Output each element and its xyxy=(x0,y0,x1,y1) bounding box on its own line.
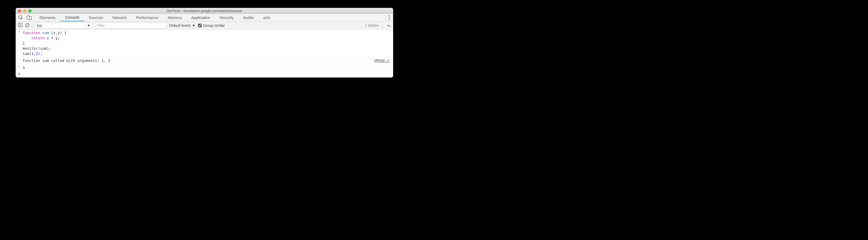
console-input-row: function sum (x,y) { return x + y; } mon… xyxy=(16,29,393,57)
group-similar-toggle[interactable]: Group similar xyxy=(198,23,225,28)
log-source-link[interactable]: VM580:2 xyxy=(374,58,392,63)
console-toolbar: top ▼ Default levels ▼ Group similar 1 h… xyxy=(16,22,393,29)
chevron-down-icon: ▼ xyxy=(87,23,90,28)
svg-point-7 xyxy=(20,66,20,67)
tab-elements[interactable]: Elements xyxy=(35,14,61,21)
traffic-lights xyxy=(18,9,31,12)
tab-console[interactable]: Console xyxy=(61,14,84,21)
panel-tabbar: Elements Console Sources Network Perform… xyxy=(16,14,393,22)
tab-network[interactable]: Network xyxy=(108,14,131,21)
log-gutter xyxy=(16,58,23,63)
result-indicator-icon xyxy=(16,65,23,70)
console-input-code[interactable]: function sum (x,y) { return x + y; } mon… xyxy=(23,30,392,56)
console-prompt-row[interactable] xyxy=(16,71,393,77)
devtools-window: DevTools - developers.google.com/web/sho… xyxy=(16,8,393,78)
tabbar-leading-tools xyxy=(16,14,35,21)
console-settings-icon[interactable] xyxy=(386,23,391,28)
clear-console-icon[interactable] xyxy=(25,23,30,28)
toggle-sidebar-icon[interactable] xyxy=(18,23,23,28)
filter-input[interactable] xyxy=(95,23,166,28)
window-title: DevTools - developers.google.com/web/sho… xyxy=(16,9,393,13)
execution-context-select[interactable]: top ▼ xyxy=(35,23,92,28)
tabbar-trailing-tools xyxy=(385,14,393,21)
log-message: function sum called with arguments: 1, 2 xyxy=(23,58,374,63)
prompt-icon xyxy=(16,72,23,75)
toggle-device-toolbar-icon[interactable] xyxy=(27,15,32,20)
console-body: function sum (x,y) { return x + y; } mon… xyxy=(16,29,393,77)
result-value: 3 xyxy=(23,65,392,70)
tab-sources[interactable]: Sources xyxy=(84,14,108,21)
chevron-down-icon: ▼ xyxy=(192,23,195,28)
inspect-element-icon[interactable] xyxy=(19,15,23,20)
svg-line-6 xyxy=(26,24,29,26)
tab-security[interactable]: Security xyxy=(215,14,238,21)
context-select-value: top xyxy=(37,23,42,28)
more-options-icon[interactable] xyxy=(388,14,391,21)
input-prompt-icon xyxy=(16,30,23,56)
zoom-window-button[interactable] xyxy=(28,9,31,12)
log-levels-select[interactable]: Default levels ▼ xyxy=(169,23,195,28)
console-prompt-input[interactable] xyxy=(23,72,392,75)
close-window-button[interactable] xyxy=(18,9,21,12)
window-titlebar: DevTools - developers.google.com/web/sho… xyxy=(16,8,393,14)
console-result-row: 3 xyxy=(16,64,393,71)
minimize-window-button[interactable] xyxy=(23,9,26,12)
tab-axe[interactable]: aXe xyxy=(258,14,275,21)
tab-application[interactable]: Application xyxy=(187,14,215,21)
levels-label: Default levels xyxy=(169,23,191,28)
group-similar-label: Group similar xyxy=(203,23,225,28)
tab-memory[interactable]: Memory xyxy=(163,14,187,21)
svg-rect-2 xyxy=(29,17,31,20)
console-log-row: function sum called with arguments: 1, 2… xyxy=(16,57,393,64)
panel-tabs: Elements Console Sources Network Perform… xyxy=(35,14,275,21)
hidden-messages-count[interactable]: 1 hidden xyxy=(365,23,379,28)
tab-performance[interactable]: Performance xyxy=(131,14,163,21)
group-similar-checkbox[interactable] xyxy=(198,24,202,27)
tab-audits[interactable]: Audits xyxy=(238,14,258,21)
